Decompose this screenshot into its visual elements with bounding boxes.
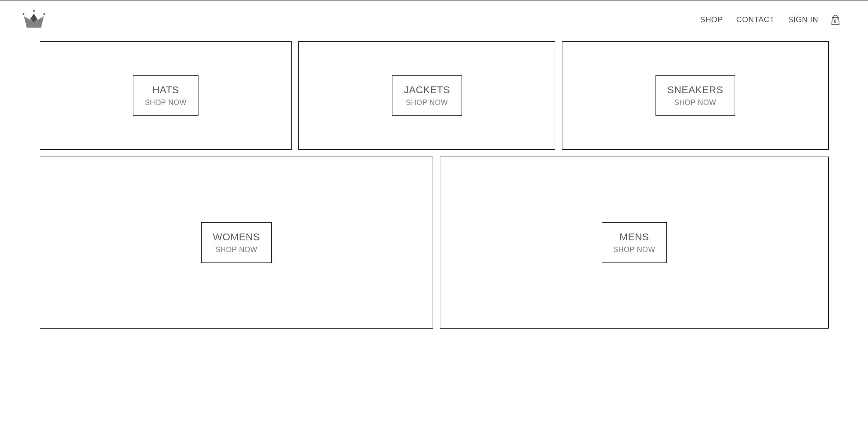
svg-point-4 [43,13,45,15]
category-title: MENS [619,231,649,243]
category-title: WOMENS [213,231,260,243]
svg-point-2 [23,13,24,15]
category-tile-jackets[interactable]: JACKETS SHOP NOW [298,41,555,150]
directory-menu: HATS SHOP NOW JACKETS SHOP NOW SNEAKERS … [0,32,868,344]
category-tile-womens[interactable]: WOMENS SHOP NOW [40,157,434,329]
category-content: WOMENS SHOP NOW [201,222,272,263]
nav-signin-link[interactable]: SIGN IN [781,11,825,29]
nav-shop-link[interactable]: SHOP [693,11,730,29]
category-subtitle: SHOP NOW [675,99,717,107]
category-title: SNEAKERS [667,84,723,96]
category-tile-mens[interactable]: MENS SHOP NOW [440,157,828,329]
category-content: JACKETS SHOP NOW [392,75,462,116]
svg-point-3 [33,10,35,12]
category-subtitle: SHOP NOW [145,99,187,107]
category-subtitle: SHOP NOW [406,99,448,107]
category-tile-sneakers[interactable]: SNEAKERS SHOP NOW [562,41,828,150]
header: SHOP CONTACT SIGN IN 0 [0,0,868,32]
cart-count-badge: 0 [834,19,837,24]
category-content: MENS SHOP NOW [602,222,667,263]
category-subtitle: SHOP NOW [613,246,656,254]
category-title: JACKETS [404,84,450,96]
category-tile-hats[interactable]: HATS SHOP NOW [40,41,292,150]
crown-logo-icon [23,10,45,28]
cart-button[interactable]: 0 [825,10,845,30]
category-content: HATS SHOP NOW [133,75,198,116]
nav-contact-link[interactable]: CONTACT [730,11,781,29]
category-title: HATS [152,84,179,96]
category-subtitle: SHOP NOW [216,246,258,254]
nav-options: SHOP CONTACT SIGN IN 0 [693,10,845,30]
category-content: SNEAKERS SHOP NOW [656,75,735,116]
logo-link[interactable] [23,10,54,29]
